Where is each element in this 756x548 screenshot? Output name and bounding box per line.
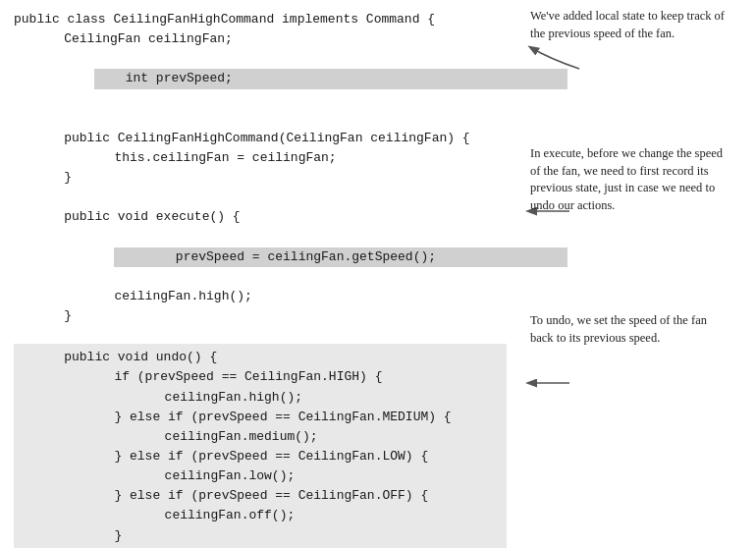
code-block-top: public class CeilingFanHighCommand imple… xyxy=(14,10,507,326)
code-line-18: ceilingFan.medium(); xyxy=(14,427,507,447)
code-line-9: public void execute() { xyxy=(14,207,507,227)
undo-block: public void undo() { if (prevSpeed == Ce… xyxy=(14,344,507,548)
code-line-3: int prevSpeed; xyxy=(14,49,507,108)
code-line-5: public CeilingFanHighCommand(CeilingFan … xyxy=(14,129,507,148)
code-line-2: CeilingFan ceilingFan; xyxy=(14,29,507,49)
code-line-8 xyxy=(14,188,507,207)
code-line-16: ceilingFan.high(); xyxy=(14,388,507,408)
code-panel: public class CeilingFanHighCommand imple… xyxy=(0,0,520,548)
code-line-22: ceilingFan.off(); xyxy=(14,506,507,525)
code-highlight-prevspeed: int prevSpeed; xyxy=(94,69,567,88)
code-line-14: public void undo() { xyxy=(14,348,507,367)
annotation-2: In execute, before we change the speed o… xyxy=(530,145,727,214)
code-line-20: ceilingFan.low(); xyxy=(14,466,507,486)
arrows-svg xyxy=(520,0,756,548)
code-line-6: this.ceilingFan = ceilingFan; xyxy=(14,148,507,168)
code-line-21: } else if (prevSpeed == CeilingFan.OFF) … xyxy=(14,486,507,506)
code-line-12: } xyxy=(14,306,507,326)
annotation-panel: We've added local state to keep track of… xyxy=(520,0,756,548)
code-line-11: ceilingFan.high(); xyxy=(14,287,507,306)
code-highlight-prevspeed-assign: prevSpeed = ceilingFan.getSpeed(); xyxy=(114,247,567,267)
code-line-23: } xyxy=(14,526,507,546)
annotation-1: We've added local state to keep track of… xyxy=(530,8,727,42)
code-line-15: if (prevSpeed == CeilingFan.HIGH) { xyxy=(14,367,507,387)
main-container: public class CeilingFanHighCommand imple… xyxy=(0,0,756,548)
code-line-10: prevSpeed = ceilingFan.getSpeed(); xyxy=(14,228,507,287)
code-line-4 xyxy=(14,109,507,129)
code-line-7: } xyxy=(14,168,507,188)
annotation-3: To undo, we set the speed of the fan bac… xyxy=(530,312,727,347)
code-line-19: } else if (prevSpeed == CeilingFan.LOW) … xyxy=(14,447,507,466)
section-gap xyxy=(14,326,507,336)
code-line-1: public class CeilingFanHighCommand imple… xyxy=(14,10,507,29)
code-line-17: } else if (prevSpeed == CeilingFan.MEDIU… xyxy=(14,408,507,427)
